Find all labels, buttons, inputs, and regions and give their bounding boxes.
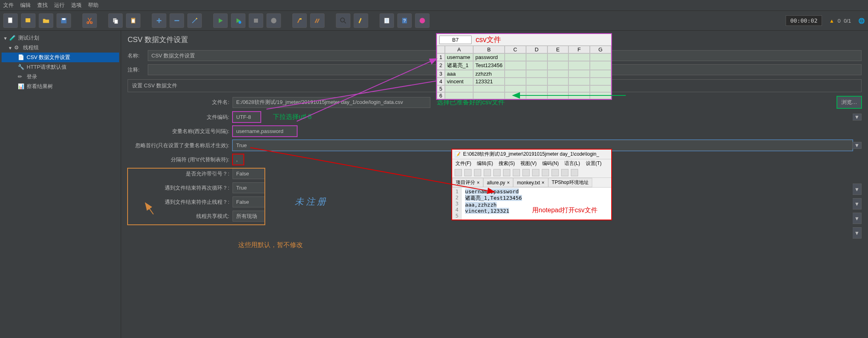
tree-http-defaults[interactable]: 🔧 HTTP请求默认值 [2,62,119,72]
close-icon[interactable]: × [507,180,509,186]
excel-row[interactable]: 2诸葛亮_1Test123456 [437,61,611,70]
np-tab[interactable]: monkey.txt× [513,178,548,187]
cut-icon[interactable] [82,13,97,28]
np-tool-icon[interactable] [474,169,481,176]
stop-select[interactable] [233,196,265,207]
np-tool-icon[interactable] [493,169,501,176]
np-menu-view[interactable]: 视图(V) [520,160,537,167]
np-tool-icon[interactable] [542,169,549,176]
start-icon[interactable] [213,13,228,28]
ignore-first-dropdown-arrow[interactable]: ▼ [853,142,862,149]
excel-row[interactable]: 4vincent123321 [437,78,611,85]
paste-icon[interactable] [126,13,140,28]
np-tool-icon[interactable] [532,169,539,176]
excel-col-b[interactable]: B [473,46,504,53]
encoding-input[interactable] [233,112,261,123]
menu-help[interactable]: 帮助 [88,2,99,9]
varnames-label: 变量名称(西文逗号间隔): [128,128,233,135]
save-icon[interactable] [57,13,71,28]
excel-col-c[interactable]: C [505,46,526,53]
np-tool-icon[interactable] [455,169,462,176]
search-icon[interactable] [336,13,350,28]
np-menu-file[interactable]: 文件(F) [455,160,471,167]
recycle-select[interactable] [233,182,265,193]
sharing-arrow[interactable]: ▼ [853,227,862,239]
np-tool-icon[interactable] [561,169,568,176]
reset-search-icon[interactable] [354,13,368,28]
excel-row[interactable]: 5 [437,85,611,92]
menu-edit[interactable]: 编辑 [20,2,31,9]
np-menu-search[interactable]: 搜索(S) [499,160,515,167]
stop-icon[interactable] [249,13,263,28]
test-plan-tree[interactable]: ▾ 🧪 测试计划 ▾ ⚙ 线程组 📄 CSV 数据文件设置 🔧 HTTP请求默认… [0,31,121,338]
filename-input[interactable] [233,97,430,108]
stop-arrow[interactable]: ▼ [853,213,862,224]
excel-col-e[interactable]: E [547,46,569,53]
tree-test-plan[interactable]: ▾ 🧪 测试计划 [2,33,119,43]
np-tab[interactable]: allure.py× [483,178,513,187]
minus-icon[interactable] [170,13,184,28]
np-tool-icon[interactable] [551,169,559,176]
np-menu-encoding[interactable]: 编码(N) [542,160,559,167]
np-menu-lang[interactable]: 语言(L) [564,160,580,167]
varnames-input[interactable] [233,126,297,137]
flask-icon: 🧪 [9,35,16,41]
excel-col-g[interactable]: G [590,46,611,53]
excel-col-d[interactable]: D [526,46,547,53]
menu-file[interactable]: 文件 [3,2,14,9]
excel-row[interactable]: 6 [437,92,611,99]
wand-icon[interactable] [187,13,202,28]
help-icon[interactable]: ? [397,13,412,28]
globe-icon[interactable]: 🌐 [858,18,865,24]
np-tool-icon[interactable] [484,169,491,176]
close-icon[interactable]: × [542,180,545,186]
browse-button[interactable]: 浏览… [837,96,862,108]
color-icon[interactable] [415,13,430,28]
encoding-dropdown-arrow[interactable]: ▼ [853,114,862,120]
clear-icon[interactable] [292,13,307,28]
excel-col-f[interactable]: F [568,46,589,53]
np-tab[interactable]: 项目评分× [452,178,483,187]
np-tool-icon[interactable] [503,169,510,176]
start-no-timers-icon[interactable] [231,13,245,28]
new-icon[interactable] [3,13,18,28]
tree-login[interactable]: ✏ 登录 [2,72,119,82]
excel-row[interactable]: 1usernamepassword [437,53,611,61]
plus-icon[interactable] [152,13,166,28]
np-menu-edit[interactable]: 编辑(E) [477,160,493,167]
menu-search[interactable]: 查找 [37,2,48,9]
notepad-editor[interactable]: 12345 username,password 诸葛亮_1,Test123456… [452,188,611,220]
np-tool-icon[interactable] [571,169,578,176]
tree-csv-config[interactable]: 📄 CSV 数据文件设置 [2,53,119,62]
tree-result-tree[interactable]: 📊 察看结果树 [2,82,119,91]
excel-col-a[interactable]: A [445,46,473,53]
np-tool-icon[interactable] [522,169,530,176]
sharing-select[interactable] [233,211,265,222]
tree-thread-group[interactable]: ▾ ⚙ 线程组 [2,43,119,53]
close-icon[interactable]: × [477,180,480,186]
clear-all-icon[interactable] [310,13,325,28]
recycle-arrow[interactable]: ▼ [853,198,862,209]
name-label: 名称: [128,52,148,59]
warning-icon: ▲ [829,18,834,24]
excel-cell-reference[interactable]: B7 [439,36,472,44]
np-tool-icon[interactable] [513,169,520,176]
np-menu-settings[interactable]: 设置(T) [586,160,602,167]
shutdown-icon[interactable] [266,13,281,28]
np-tool-icon[interactable] [464,169,472,176]
templates-icon[interactable] [21,13,36,28]
function-helper-icon[interactable] [379,13,394,28]
allow-quoted-select[interactable] [233,168,265,179]
wrench-icon: 🔧 [18,64,24,70]
excel-row[interactable]: 3aaazzhzzh [437,70,611,78]
notepad-menubar: 文件(F) 编辑(E) 搜索(S) 视图(V) 编码(N) 语言(L) 设置(T… [452,159,611,168]
warn-count: 0 [838,18,841,24]
menu-run[interactable]: 运行 [54,2,65,9]
open-icon[interactable] [39,13,53,28]
menu-options[interactable]: 选项 [71,2,82,9]
copy-icon[interactable] [108,13,123,28]
delimiter-input[interactable] [233,154,244,165]
allow-quoted-arrow[interactable]: ▼ [853,184,862,195]
np-tab[interactable]: TPShop环境地址 [548,178,592,187]
excel-grid[interactable]: A B C D E F G 1usernamepassword 2诸葛亮_1Te… [437,46,611,99]
